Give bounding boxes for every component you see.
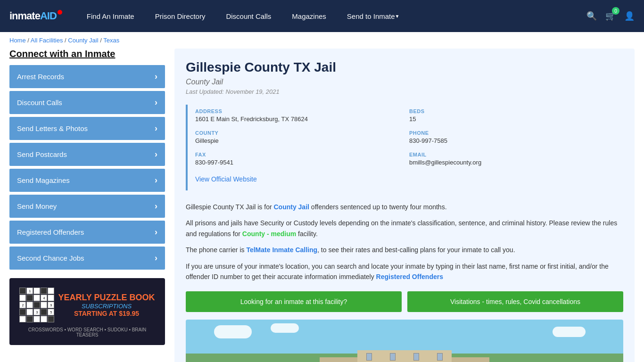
facility-content: Gillespie County TX Jail County Jail Las… <box>174 49 635 362</box>
sidebar-item-second-chance-jobs[interactable]: Second Chance Jobs › <box>9 247 165 270</box>
logo-part1: inmate <box>9 10 40 22</box>
cloud-2 <box>271 323 299 333</box>
description-1: Gillespie County TX Jail is for County J… <box>186 202 623 212</box>
description-2: All prisons and jails have Security or C… <box>186 218 623 239</box>
facility-type: County Jail <box>186 78 623 86</box>
address-label: ADDRESS <box>195 108 404 114</box>
sidebar-title: Connect with an Inmate <box>9 49 165 59</box>
building-main <box>357 350 452 362</box>
description-4: If you are unsure of your inmate's locat… <box>186 261 623 282</box>
window-3 <box>413 353 419 361</box>
sidebar-label-discount-calls: Discount Calls <box>17 99 62 107</box>
breadcrumb-texas[interactable]: Texas <box>103 37 119 44</box>
sidebar-arrow-discount-calls: › <box>155 98 157 107</box>
website-cell: View Official Website <box>195 170 623 190</box>
ad-subtitle: SUBSCRIPTIONS <box>58 303 155 310</box>
fax-cell: FAX 830-997-9541 <box>195 148 409 170</box>
phone-label: PHONE <box>409 130 618 136</box>
beds-value: 15 <box>409 115 618 123</box>
building-right-wing <box>452 357 489 362</box>
nav-send-to-inmate[interactable]: Send to Inmate <box>337 0 410 32</box>
email-cell: EMAIL bmills@gillespiecounty.org <box>409 148 623 170</box>
phone-cell: PHONE 830-997-7585 <box>409 126 623 148</box>
puzzle-grid: 1 4 29 35 <box>19 288 54 322</box>
cloud-3 <box>553 327 586 337</box>
ad-price: STARTING AT $19.95 <box>58 310 155 317</box>
sidebar-item-send-letters[interactable]: Send Letters & Photos › <box>9 117 165 140</box>
county-medium-link[interactable]: County - medium <box>242 230 296 238</box>
sidebar-item-send-postcards[interactable]: Send Postcards › <box>9 143 165 166</box>
view-website-link[interactable]: View Official Website <box>195 175 257 187</box>
county-label: COUNTY <box>195 130 404 136</box>
sidebar-label-arrest-records: Arrest Records <box>17 73 64 81</box>
sidebar-item-discount-calls[interactable]: Discount Calls › <box>9 91 165 114</box>
sidebar-label-second-chance-jobs: Second Chance Jobs <box>17 254 84 262</box>
building-silhouette <box>186 338 623 362</box>
beds-label: BEDS <box>409 108 618 114</box>
facility-name: Gillespie County TX Jail <box>186 60 623 75</box>
description-3: The phone carrier is TelMate Inmate Call… <box>186 245 623 255</box>
sidebar-item-registered-offenders[interactable]: Registered Offenders › <box>9 221 165 244</box>
email-label: EMAIL <box>409 152 618 157</box>
address-cell: ADDRESS 1601 E Main St, Fredricksburg, T… <box>195 105 409 126</box>
find-inmate-button[interactable]: Looking for an inmate at this facility? <box>186 291 402 312</box>
main-nav: Find An Inmate Prison Directory Discount… <box>76 0 586 32</box>
county-jail-link[interactable]: County Jail <box>273 203 309 211</box>
phone-value: 830-997-7585 <box>409 137 618 144</box>
sidebar-item-send-money[interactable]: Send Money › <box>9 195 165 218</box>
visitations-button[interactable]: Visitations - times, rules, Covid cancel… <box>407 291 623 312</box>
ad-box: 1 4 29 35 YEARLY PUZZLE BOOK SUBSCRIPTIO… <box>9 278 165 345</box>
header-icons: 🔍 🛒 0 👤 <box>586 11 635 21</box>
sidebar-arrow-send-money: › <box>155 201 157 211</box>
logo-dot <box>58 10 62 15</box>
site-header: inmateAID Find An Inmate Prison Director… <box>0 0 644 32</box>
sidebar-arrow-send-letters: › <box>155 123 157 133</box>
window-4 <box>437 353 443 361</box>
action-buttons: Looking for an inmate at this facility? … <box>186 291 623 312</box>
ad-title: YEARLY PUZZLE BOOK <box>58 293 155 303</box>
facility-info-grid: ADDRESS 1601 E Main St, Fredricksburg, T… <box>186 105 623 190</box>
sidebar-label-registered-offenders: Registered Offenders <box>17 228 84 236</box>
facility-last-updated: Last Updated: November 19, 2021 <box>186 88 623 95</box>
sidebar-arrow-registered-offenders: › <box>155 227 157 237</box>
sidebar-item-arrest-records[interactable]: Arrest Records › <box>9 65 165 88</box>
sidebar-label-send-magazines: Send Magazines <box>17 176 70 184</box>
breadcrumb: Home / All Facilities / County Jail / Te… <box>0 32 644 49</box>
window-1 <box>366 353 372 361</box>
nav-prison-directory[interactable]: Prison Directory <box>145 0 216 32</box>
email-value: bmills@gillespiecounty.org <box>409 159 618 166</box>
cart-badge: 0 <box>612 7 619 15</box>
cart-icon[interactable]: 🛒 0 <box>605 11 616 21</box>
sidebar-item-send-magazines[interactable]: Send Magazines › <box>9 169 165 192</box>
sidebar-label-send-postcards: Send Postcards <box>17 150 67 158</box>
sidebar-arrow-send-magazines: › <box>155 175 157 185</box>
ad-description: CROSSWORDS • WORD SEARCH • SUDOKU • BRAI… <box>17 327 157 337</box>
sidebar-label-send-money: Send Money <box>17 202 57 210</box>
logo[interactable]: inmateAID <box>9 10 62 22</box>
logo-part2: AID <box>40 10 57 22</box>
breadcrumb-home[interactable]: Home <box>9 37 26 44</box>
sidebar-arrow-send-postcards: › <box>155 149 157 159</box>
registered-offenders-link[interactable]: Registered Offenders <box>376 273 443 280</box>
fax-label: FAX <box>195 152 404 157</box>
building-left-wing <box>320 357 357 362</box>
nav-magazines[interactable]: Magazines <box>281 0 337 32</box>
sidebar-label-send-letters: Send Letters & Photos <box>17 124 88 132</box>
sidebar-arrow-second-chance-jobs: › <box>155 253 157 263</box>
county-cell: COUNTY Gillespie <box>195 126 409 148</box>
user-icon[interactable]: 👤 <box>624 11 635 21</box>
breadcrumb-county-jail[interactable]: County Jail <box>68 37 98 44</box>
breadcrumb-all-facilities[interactable]: All Facilities <box>31 37 63 44</box>
nav-find-inmate[interactable]: Find An Inmate <box>76 0 145 32</box>
sidebar: Connect with an Inmate Arrest Records › … <box>9 49 165 362</box>
main-layout: Connect with an Inmate Arrest Records › … <box>0 49 644 362</box>
facility-image <box>186 320 623 362</box>
window-2 <box>390 353 396 361</box>
fax-value: 830-997-9541 <box>195 159 404 166</box>
county-value: Gillespie <box>195 137 404 144</box>
sidebar-ad[interactable]: 1 4 29 35 YEARLY PUZZLE BOOK SUBSCRIPTIO… <box>9 278 165 345</box>
search-icon[interactable]: 🔍 <box>586 11 597 21</box>
telmate-link[interactable]: TelMate Inmate Calling <box>246 246 317 254</box>
address-value: 1601 E Main St, Fredricksburg, TX 78624 <box>195 115 404 123</box>
nav-discount-calls[interactable]: Discount Calls <box>215 0 281 32</box>
